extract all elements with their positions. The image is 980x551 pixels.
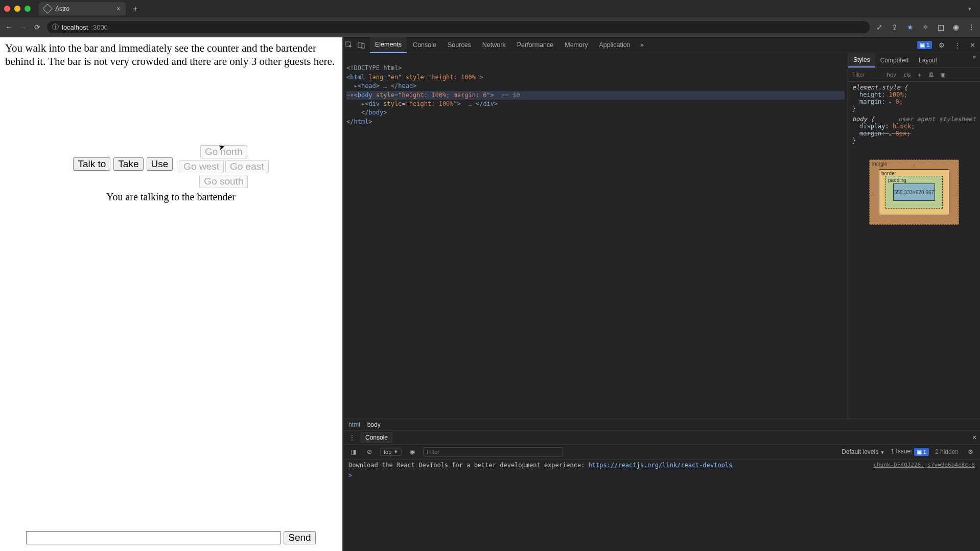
bm-dash: - — [913, 218, 915, 223]
styles-filter-input[interactable] — [851, 71, 881, 78]
expand-caret-icon[interactable]: ▸ — [354, 82, 357, 89]
new-style-rule-icon[interactable]: ＋ — [915, 71, 924, 79]
command-input[interactable] — [26, 531, 281, 544]
style-prop-overridden[interactable]: margin: ▸ 8px; — [852, 130, 976, 137]
expand-shorthand-icon[interactable]: ▸ — [889, 131, 892, 136]
nav-back-button[interactable]: ← — [4, 23, 13, 31]
console-settings-icon[interactable]: ⚙ — [965, 448, 976, 455]
drawer-close-icon[interactable]: ✕ — [972, 434, 977, 441]
dom-line[interactable]: ▸<head> … </head> — [354, 82, 416, 89]
console-filter-input[interactable] — [423, 447, 563, 456]
tab-network[interactable]: Network — [477, 37, 511, 53]
drawer-menu-icon[interactable]: ⋮ — [346, 434, 358, 441]
log-source-link[interactable]: chunk-DFKQJ226.js?v=9e6b4e8c:8 — [873, 462, 975, 468]
tab-close-icon[interactable]: × — [116, 5, 121, 13]
tab-sources[interactable]: Sources — [442, 37, 476, 53]
box-model[interactable]: margin - - - - border padding 555.333×6 — [848, 149, 980, 230]
drawer-tab-console[interactable]: Console — [361, 432, 392, 443]
punc: "> — [487, 91, 498, 99]
send-button[interactable]: Send — [284, 531, 315, 544]
dom-line[interactable]: </body> — [354, 109, 387, 116]
styles-tab-styles[interactable]: Styles — [848, 53, 875, 67]
devtools-close-icon[interactable]: ✕ — [967, 41, 978, 49]
chrome-menu-icon[interactable]: ⋮ — [967, 23, 976, 31]
devtools-settings-icon[interactable]: ⚙ — [936, 41, 947, 49]
inspect-element-icon[interactable] — [345, 41, 357, 49]
style-rules[interactable]: element.style { height: 100%; margin: ▸ … — [848, 82, 980, 149]
hidden-count[interactable]: 2 hidden — [935, 448, 959, 455]
nav-forward-button[interactable]: → — [18, 23, 28, 31]
go-west-button[interactable]: Go west — [179, 160, 224, 173]
punc: </ — [391, 82, 398, 89]
use-button[interactable]: Use — [147, 157, 173, 171]
profile-icon[interactable]: ◉ — [951, 23, 961, 31]
go-east-button[interactable]: Go east — [225, 160, 269, 173]
site-info-icon[interactable]: ⓘ — [52, 22, 59, 32]
window-minimize-button[interactable] — [14, 6, 20, 12]
tabs-more-icon[interactable]: » — [637, 41, 648, 49]
sidepanel-icon[interactable]: ◫ — [936, 23, 945, 31]
console-body[interactable]: chunk-DFKQJ226.js?v=9e6b4e8c:8 Download … — [343, 460, 980, 551]
browser-tab[interactable]: Astro × — [39, 2, 126, 15]
issues-summary[interactable]: 1 Issue: ▣ 1 — [891, 448, 929, 456]
styles-tabs-more-icon[interactable]: » — [968, 53, 980, 67]
go-south-button[interactable]: Go south — [199, 175, 248, 188]
styles-print-icon[interactable]: 🖶 — [927, 72, 936, 78]
device-toolbar-icon[interactable] — [358, 41, 369, 49]
window-zoom-button[interactable] — [25, 6, 31, 12]
tab-application[interactable]: Application — [594, 37, 635, 53]
address-bar[interactable]: ⓘ localhost:3000 — [47, 21, 870, 33]
style-prop[interactable]: height: 100%; — [852, 91, 976, 98]
devtools-menu-icon[interactable]: ⋮ — [951, 41, 963, 49]
tag: html — [350, 74, 365, 81]
dom-line[interactable]: <html lang="en" style="height: 100%"> — [346, 74, 483, 81]
console-context-selector[interactable]: top ▼ — [380, 448, 402, 456]
live-expression-icon[interactable]: ◉ — [407, 448, 418, 455]
style-prop[interactable]: display: block; — [852, 123, 976, 130]
dom-line[interactable]: ▸<div style="height: 100%"> … </div> — [361, 100, 498, 107]
cls-toggle[interactable]: .cls — [901, 72, 913, 78]
share-icon[interactable]: ⇪ — [890, 23, 899, 31]
rule-element-style[interactable]: element.style { height: 100%; margin: ▸ … — [852, 84, 976, 112]
style-prop[interactable]: margin: ▸ 0; — [852, 98, 976, 105]
bookmark-star-icon[interactable]: ★ — [905, 23, 915, 31]
punc: < — [358, 82, 361, 89]
zoom-icon[interactable]: ⤢ — [875, 23, 884, 31]
punc: </ — [346, 118, 354, 125]
styles-tab-computed[interactable]: Computed — [875, 53, 914, 67]
tab-performance[interactable]: Performance — [512, 37, 559, 53]
extensions-icon[interactable]: ✧ — [921, 23, 930, 31]
log-levels-selector[interactable]: Default levels ▼ — [842, 448, 884, 455]
new-tab-button[interactable]: ＋ — [130, 3, 141, 14]
dom-breadcrumb[interactable]: html body — [343, 419, 980, 430]
styles-computed-toggle-icon[interactable]: ▣ — [939, 72, 947, 78]
punc: "> — [476, 74, 483, 81]
devtools: Elements Console Sources Network Perform… — [342, 37, 980, 551]
dom-line[interactable]: </html> — [346, 118, 372, 125]
talk-to-button[interactable]: Talk to — [73, 157, 110, 171]
console-sidebar-toggle-icon[interactable]: ◨ — [347, 448, 359, 455]
dom-line-selected[interactable]: ⋯▾<body style="height: 100%; margin: 0">… — [346, 91, 845, 100]
prop-value: 100%; — [889, 91, 907, 98]
console-log-entry[interactable]: chunk-DFKQJ226.js?v=9e6b4e8c:8 Download … — [348, 461, 975, 470]
elements-dom-tree[interactable]: <!DOCTYPE html> <html lang="en" style="h… — [343, 53, 848, 419]
crumb-html[interactable]: html — [348, 421, 360, 428]
tab-elements[interactable]: Elements — [370, 37, 407, 53]
take-button[interactable]: Take — [113, 157, 143, 171]
go-north-button[interactable]: Go north — [200, 145, 247, 158]
log-link[interactable]: https://reactjs.org/link/react-devtools — [589, 462, 733, 469]
issues-badge[interactable]: ▣ 1 — [917, 41, 932, 49]
tab-console[interactable]: Console — [408, 37, 441, 53]
nav-reload-button[interactable]: ⟳ — [33, 23, 42, 31]
expand-shorthand-icon[interactable]: ▸ — [889, 100, 892, 105]
tabs-overflow-button[interactable]: ▾ — [964, 6, 976, 12]
console-clear-icon[interactable]: ⊘ — [364, 448, 375, 455]
styles-tab-layout[interactable]: Layout — [914, 53, 942, 67]
rule-body[interactable]: user agent stylesheet body { display: bl… — [852, 116, 976, 144]
hov-toggle[interactable]: :hov — [884, 72, 898, 78]
tab-memory[interactable]: Memory — [559, 37, 593, 53]
window-close-button[interactable] — [4, 6, 10, 12]
svg-rect-1 — [358, 42, 362, 48]
crumb-body[interactable]: body — [367, 421, 381, 428]
console-prompt[interactable]: > — [348, 470, 975, 479]
